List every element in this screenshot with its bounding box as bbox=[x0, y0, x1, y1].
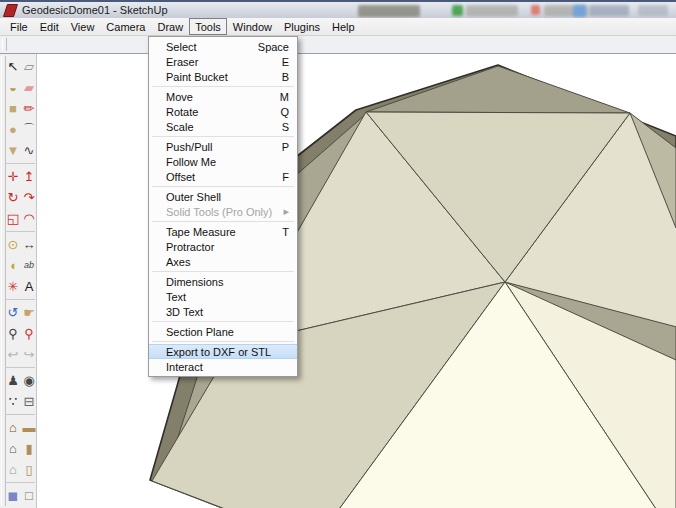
menu-item-label: Paint Bucket bbox=[166, 71, 274, 83]
menubar-item-edit[interactable]: Edit bbox=[34, 18, 65, 35]
position-camera-tool-icon[interactable]: ♟ bbox=[5, 370, 21, 391]
circle-tool-icon[interactable]: ● bbox=[5, 119, 21, 140]
menu-separator bbox=[152, 86, 294, 87]
tool-row: ✳A bbox=[5, 276, 37, 297]
zoom-extents-tool-icon[interactable]: ⚲ bbox=[21, 323, 37, 344]
offset-tool-icon[interactable]: ◠ bbox=[21, 208, 37, 229]
tool-row: ↺☛ bbox=[5, 302, 37, 323]
tape-measure-tool-icon[interactable]: ⊙ bbox=[5, 234, 21, 255]
menu-item-label: Dimensions bbox=[166, 276, 281, 288]
axes-tool-icon[interactable]: ✳ bbox=[5, 276, 21, 297]
menubar-item-tools[interactable]: Tools bbox=[189, 18, 227, 35]
rectangle-tool-icon[interactable]: ■ bbox=[5, 98, 21, 119]
zoom-tool-icon[interactable]: ⚲ bbox=[5, 323, 21, 344]
menu-item-offset[interactable]: OffsetF bbox=[149, 169, 297, 184]
menu-separator bbox=[152, 271, 294, 272]
dimension-tool-icon[interactable]: ↔ bbox=[21, 234, 37, 255]
tool-row: ▼∿ bbox=[5, 140, 37, 161]
view-left-tool-icon[interactable]: ▯ bbox=[21, 459, 37, 480]
menu-separator bbox=[152, 136, 294, 137]
aero-blur-artifact bbox=[638, 5, 668, 16]
menu-item-label: Text bbox=[166, 291, 281, 303]
paint-bucket-tool-icon[interactable]: ◒ bbox=[5, 77, 21, 98]
menu-item-follow-me[interactable]: Follow Me bbox=[149, 154, 297, 169]
view-iso-tool-icon[interactable]: ⌂ bbox=[5, 417, 21, 438]
menu-item-label: Follow Me bbox=[166, 156, 281, 168]
menubar-item-plugins[interactable]: Plugins bbox=[278, 18, 326, 35]
arc-tool-icon[interactable]: ⌒ bbox=[21, 119, 37, 140]
menu-item-protractor[interactable]: Protractor bbox=[149, 239, 297, 254]
zoom-next-tool-icon[interactable]: ↪ bbox=[21, 344, 37, 365]
menu-item-3d-text[interactable]: 3D Text bbox=[149, 304, 297, 319]
menu-item-paint-bucket[interactable]: Paint BucketB bbox=[149, 69, 297, 84]
menubar-item-file[interactable]: File bbox=[4, 18, 34, 35]
menubar-item-draw[interactable]: Draw bbox=[151, 18, 189, 35]
menu-item-axes[interactable]: Axes bbox=[149, 254, 297, 269]
tool-row: ⚲⚲ bbox=[5, 323, 37, 344]
push-pull-tool-icon[interactable]: ↥ bbox=[21, 166, 37, 187]
scale-tool-icon[interactable]: ◱ bbox=[5, 208, 21, 229]
menu-separator bbox=[152, 221, 294, 222]
title-bar[interactable]: GeodesicDome01 - SketchUp bbox=[0, 0, 676, 18]
menu-item-dimensions[interactable]: Dimensions bbox=[149, 274, 297, 289]
menu-item-eraser[interactable]: EraserE bbox=[149, 54, 297, 69]
section-plane-tool-icon[interactable]: ⊟ bbox=[21, 391, 37, 412]
text-tool-icon[interactable]: ab bbox=[21, 255, 37, 276]
follow-me-tool-icon[interactable]: ↷ bbox=[21, 187, 37, 208]
toolbar-grip[interactable] bbox=[2, 38, 7, 51]
zoom-previous-tool-icon[interactable]: ↩ bbox=[5, 344, 21, 365]
menu-item-push-pull[interactable]: Push/PullP bbox=[149, 139, 297, 154]
aero-blur-artifact bbox=[589, 5, 629, 16]
menu-separator bbox=[152, 321, 294, 322]
pan-tool-icon[interactable]: ☛ bbox=[21, 302, 37, 323]
select-tool-icon[interactable]: ↖ bbox=[5, 56, 21, 77]
orbit-tool-icon[interactable]: ↺ bbox=[5, 302, 21, 323]
menu-item-move[interactable]: MoveM bbox=[149, 89, 297, 104]
3d-text-tool-icon[interactable]: A bbox=[21, 276, 37, 297]
view-right-tool-icon[interactable]: ▮ bbox=[21, 438, 37, 459]
dome-facet-cap bbox=[366, 66, 630, 113]
menu-item-label: Protractor bbox=[166, 241, 281, 253]
style-wireframe-tool-icon[interactable]: □ bbox=[21, 485, 37, 506]
menu-item-rotate[interactable]: RotateQ bbox=[149, 104, 297, 119]
tool-row: ♟◉ bbox=[5, 370, 37, 391]
sketchup-window: { "window": { "title": "GeodesicDome01 -… bbox=[0, 0, 676, 508]
menu-item-export-to-dxf-or-stl[interactable]: Export to DXF or STL bbox=[149, 344, 297, 359]
menu-item-label: Axes bbox=[166, 256, 281, 268]
make-component-tool-icon[interactable]: ▱ bbox=[21, 56, 37, 77]
menu-item-text[interactable]: Text bbox=[149, 289, 297, 304]
style-shaded-tool-icon[interactable]: ◼ bbox=[5, 485, 21, 506]
move-tool-icon[interactable]: ✛ bbox=[5, 166, 21, 187]
view-front-tool-icon[interactable]: ⌂ bbox=[5, 438, 21, 459]
menubar-item-view[interactable]: View bbox=[65, 18, 101, 35]
view-back-tool-icon[interactable]: ⌂ bbox=[5, 459, 21, 480]
menubar-item-window[interactable]: Window bbox=[227, 18, 278, 35]
menu-item-outer-shell[interactable]: Outer Shell bbox=[149, 189, 297, 204]
drawing-canvas[interactable] bbox=[37, 54, 676, 508]
menubar-item-help[interactable]: Help bbox=[326, 18, 361, 35]
menu-item-select[interactable]: SelectSpace bbox=[149, 39, 297, 54]
eraser-tool-icon[interactable]: ▰ bbox=[21, 77, 37, 98]
tool-row: ∵⊟ bbox=[5, 391, 37, 412]
freehand-tool-icon[interactable]: ∿ bbox=[21, 140, 37, 161]
look-around-tool-icon[interactable]: ◉ bbox=[21, 370, 37, 391]
menu-item-label: Scale bbox=[166, 121, 274, 133]
menubar-item-camera[interactable]: Camera bbox=[100, 18, 151, 35]
view-top-tool-icon[interactable]: ▬ bbox=[21, 417, 37, 438]
menu-item-interact[interactable]: Interact bbox=[149, 359, 297, 374]
menu-item-label: Move bbox=[166, 91, 272, 103]
tool-row: ⌂▬ bbox=[5, 417, 37, 438]
menu-item-scale[interactable]: ScaleS bbox=[149, 119, 297, 134]
walk-tool-icon[interactable]: ∵ bbox=[5, 391, 21, 412]
rotate-tool-icon[interactable]: ↻ bbox=[5, 187, 21, 208]
menu-item-label: 3D Text bbox=[166, 306, 281, 318]
tool-row: ●⌒ bbox=[5, 119, 37, 140]
menu-item-solid-tools-pro-only[interactable]: Solid Tools (Pro Only)▸ bbox=[149, 204, 297, 219]
line-tool-icon[interactable]: ✏ bbox=[21, 98, 37, 119]
polygon-tool-icon[interactable]: ▼ bbox=[5, 140, 21, 161]
menu-shortcut: P bbox=[282, 141, 289, 153]
menu-item-tape-measure[interactable]: Tape MeasureT bbox=[149, 224, 297, 239]
menu-item-label: Solid Tools (Pro Only) bbox=[166, 206, 275, 218]
menu-item-section-plane[interactable]: Section Plane bbox=[149, 324, 297, 339]
protractor-tool-icon[interactable]: ◖ bbox=[5, 255, 21, 276]
